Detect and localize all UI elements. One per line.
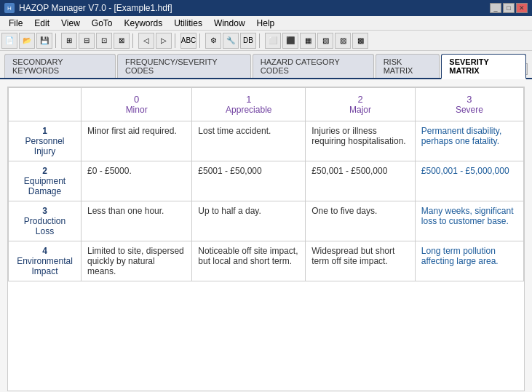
menu-keywords[interactable]: Keywords (119, 17, 169, 30)
table-row: 4Environmental ImpactLimited to site, di… (9, 241, 524, 281)
header-empty (9, 88, 82, 121)
app-icon: H (4, 3, 15, 13)
tab-risk-matrix[interactable]: RISK MATRIX (376, 54, 440, 78)
menu-window[interactable]: Window (208, 17, 251, 30)
cell-2-1: Up to half a day. (192, 201, 306, 241)
header-major: 2 Major (306, 88, 416, 121)
toolbar-btn-8[interactable]: ◁ (138, 33, 154, 49)
cell-0-0: Minor first aid required. (82, 121, 192, 161)
cell-0-2: Injuries or illness requiring hospitalis… (306, 121, 416, 161)
col-num-3: 3 (420, 94, 519, 105)
table-wrapper: 0 Minor 1 Appreciable 2 Major 3 (7, 87, 525, 391)
close-button[interactable]: ✕ (516, 3, 528, 13)
cell-3-2: Widespread but short term off site impac… (306, 241, 416, 281)
row-header-2: 3Production Loss (9, 201, 82, 241)
toolbar-btn-10[interactable]: ABC (180, 33, 196, 49)
toolbar: 📄 📂 💾 ⊞ ⊟ ⊡ ⊠ ◁ ▷ ABC ⚙ 🔧 DB ⬜ ⬛ ▦ ▧ ▨ ▩ (0, 31, 532, 51)
new-button[interactable]: 📄 (1, 33, 17, 49)
table-header-row: 0 Minor 1 Appreciable 2 Major 3 (9, 88, 524, 121)
col-label-severe: Severe (456, 105, 483, 115)
tab-bar: SECONDARY KEYWORDS FREQUENCY/SEVERITY CO… (0, 51, 532, 79)
table-body: 1Personnel InjuryMinor first aid require… (9, 121, 524, 281)
table-row: 1Personnel InjuryMinor first aid require… (9, 121, 524, 161)
window-title: HAZOP Manager V7.0 - [Example1.hdf] (19, 3, 172, 13)
severity-table: 0 Minor 1 Appreciable 2 Major 3 (8, 87, 524, 281)
minimize-button[interactable]: _ (490, 3, 501, 13)
table-row: 2Equipment Damage£0 - £5000.£5001 - £50,… (9, 161, 524, 201)
menu-bar: File Edit View GoTo Keywords Utilities W… (0, 16, 532, 31)
separator-1 (55, 33, 58, 48)
table-scroll[interactable]: 0 Minor 1 Appreciable 2 Major 3 (8, 87, 524, 391)
cell-2-0: Less than one hour. (82, 201, 192, 241)
toolbar-btn-19[interactable]: ▩ (352, 33, 368, 49)
cell-0-1: Lost time accident. (192, 121, 306, 161)
toolbar-btn-12[interactable]: 🔧 (223, 33, 239, 49)
open-button[interactable]: 📂 (19, 33, 35, 49)
save-button[interactable]: 💾 (36, 33, 52, 49)
table-row: 3Production LossLess than one hour.Up to… (9, 201, 524, 241)
toolbar-btn-18[interactable]: ▨ (335, 33, 351, 49)
tab-frequency-severity[interactable]: FREQUENCY/SEVERITY CODES (117, 54, 251, 78)
header-appreciable: 1 Appreciable (192, 88, 306, 121)
row-header-0: 1Personnel Injury (9, 121, 82, 161)
menu-edit[interactable]: Edit (28, 17, 55, 30)
cell-1-0: £0 - £5000. (82, 161, 192, 201)
toolbar-btn-7[interactable]: ⊠ (114, 33, 130, 49)
menu-help[interactable]: Help (251, 17, 281, 30)
menu-goto[interactable]: GoTo (86, 17, 119, 30)
header-severe: 3 Severe (415, 88, 523, 121)
separator-3 (175, 33, 178, 48)
separator-4 (199, 33, 202, 48)
cell-2-2: One to five days. (306, 201, 416, 241)
cell-1-2: £50,001 - £500,000 (306, 161, 416, 201)
col-label-minor: Minor (126, 105, 148, 115)
col-num-2: 2 (310, 94, 410, 105)
tab-hazard-category[interactable]: HAZARD CATEGORY CODES (253, 54, 374, 78)
menu-file[interactable]: File (3, 17, 28, 30)
separator-5 (259, 33, 262, 48)
cell-1-1: £5001 - £50,000 (192, 161, 306, 201)
title-bar: H HAZOP Manager V7.0 - [Example1.hdf] _ … (0, 0, 532, 16)
col-num-1: 1 (196, 94, 301, 105)
window-controls: _ □ ✕ (490, 3, 528, 13)
tab-secondary-keywords[interactable]: SECONDARY KEYWORDS (4, 54, 116, 78)
col-label-major: Major (349, 105, 371, 115)
header-minor: 0 Minor (82, 88, 192, 121)
toolbar-btn-16[interactable]: ▦ (300, 33, 316, 49)
toolbar-btn-5[interactable]: ⊟ (79, 33, 95, 49)
cell-3-1: Noticeable off site impact, but local an… (192, 241, 306, 281)
col-num-0: 0 (86, 94, 187, 105)
col-label-appreciable: Appreciable (226, 105, 271, 115)
toolbar-btn-15[interactable]: ⬛ (282, 33, 298, 49)
menu-view[interactable]: View (55, 17, 86, 30)
maximize-button[interactable]: □ (503, 3, 515, 13)
tab-severity-matrix[interactable]: SEVERITY MATRIX (441, 54, 526, 79)
row-header-1: 2Equipment Damage (9, 161, 82, 201)
separator-2 (132, 33, 135, 48)
cell-3-0: Limited to site, dispersed quickly by na… (82, 241, 192, 281)
cell-0-3: Permanent disability, perhaps one fatali… (415, 121, 523, 161)
toolbar-btn-4[interactable]: ⊞ (61, 33, 77, 49)
toolbar-btn-11[interactable]: ⚙ (205, 33, 221, 49)
menu-utilities[interactable]: Utilities (168, 17, 208, 30)
row-header-3: 4Environmental Impact (9, 241, 82, 281)
toolbar-btn-13[interactable]: DB (240, 33, 256, 49)
toolbar-btn-17[interactable]: ▧ (317, 33, 333, 49)
cell-1-3: £500,001 - £5,000,000 (415, 161, 523, 201)
main-content: 0 Minor 1 Appreciable 2 Major 3 (0, 79, 532, 392)
toolbar-btn-14[interactable]: ⬜ (265, 33, 281, 49)
toolbar-btn-9[interactable]: ▷ (156, 33, 172, 49)
toolbar-btn-6[interactable]: ⊡ (96, 33, 112, 49)
cell-2-3: Many weeks, significant loss to customer… (415, 201, 523, 241)
cell-3-3: Long term pollution affecting large area… (415, 241, 523, 281)
